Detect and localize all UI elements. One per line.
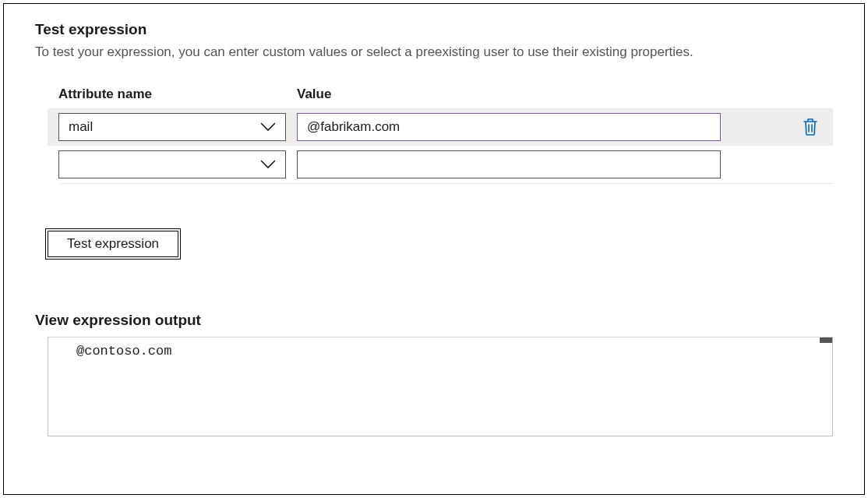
value-input[interactable]: [297, 113, 721, 141]
table-row: mail: [48, 108, 833, 146]
table-row: [48, 146, 833, 183]
chevron-down-icon: [260, 122, 276, 132]
expression-output[interactable]: @contoso.com: [48, 337, 833, 436]
column-header-attribute: Attribute name: [58, 87, 297, 102]
test-expression-panel: Test expression To test your expression,…: [3, 3, 865, 495]
test-expression-button[interactable]: Test expression: [48, 231, 178, 257]
section-description: To test your expression, you can enter c…: [35, 44, 833, 60]
row-actions: [721, 118, 825, 136]
scrollbar-thumb[interactable]: [820, 337, 832, 343]
column-header-value: Value: [297, 87, 331, 102]
chevron-down-icon: [260, 160, 276, 169]
attribute-dropdown[interactable]: mail: [58, 113, 286, 141]
value-input[interactable]: [297, 150, 721, 178]
table-header-row: Attribute name Value: [48, 87, 833, 108]
row-divider: [60, 183, 833, 184]
dropdown-selected-value: mail: [69, 119, 260, 135]
trash-icon[interactable]: [802, 118, 819, 136]
attribute-dropdown[interactable]: [58, 150, 286, 178]
section-title: Test expression: [35, 21, 833, 38]
attribute-table: Attribute name Value mail: [48, 87, 833, 184]
output-value: @contoso.com: [76, 344, 171, 358]
output-section-title: View expression output: [35, 312, 833, 329]
